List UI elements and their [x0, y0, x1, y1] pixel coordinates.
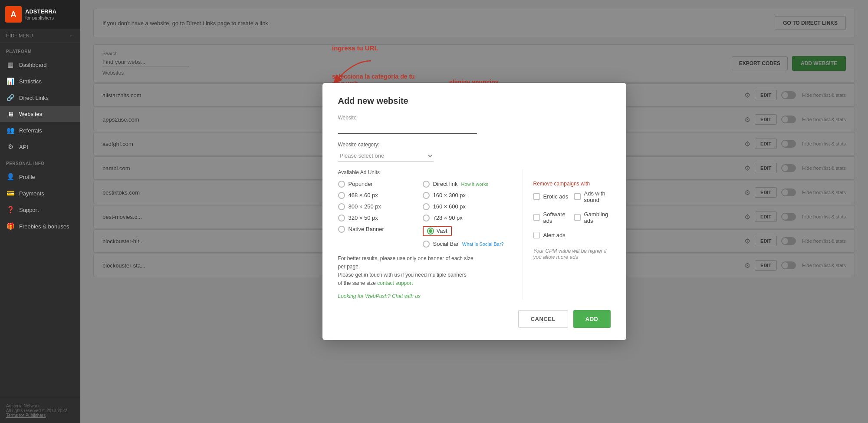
sidebar-item-label: Payments: [19, 190, 44, 197]
ad-units-column: Available Ad Units Popunder 468 × 60 px: [338, 169, 518, 300]
radio-728x90-circle[interactable]: [423, 215, 430, 221]
radio-468x60-circle[interactable]: [338, 192, 345, 199]
software-ads-checkbox[interactable]: [533, 214, 540, 221]
ad-units-title: Available Ad Units: [338, 169, 518, 175]
radio-native-banner-circle[interactable]: [338, 226, 345, 233]
radio-320x50-label: 320 × 50 px: [349, 215, 378, 221]
sidebar-item-label: API: [19, 144, 28, 150]
contact-support-link[interactable]: contact support: [377, 280, 413, 286]
sidebar-item-label: Support: [19, 207, 39, 213]
radio-native-banner[interactable]: Native Banner: [338, 226, 423, 233]
direct-link-how-it-works[interactable]: How it works: [461, 182, 488, 187]
radio-popunder-circle[interactable]: [338, 181, 345, 188]
cpm-note: Your CPM value will be higher if you all…: [533, 248, 611, 260]
sidebar-item-support[interactable]: ❓ Support: [0, 202, 80, 218]
erotic-ads-checkbox[interactable]: [533, 193, 540, 200]
footer-line2: All rights reserved © 2013-2022: [6, 408, 74, 413]
ad-units-middle-col: Direct link How it works 160 × 300 px 16…: [423, 181, 518, 248]
radio-300x250[interactable]: 300 × 250 px: [338, 203, 423, 210]
radio-direct-link-circle[interactable]: [423, 181, 430, 188]
direct-links-icon: 🔗: [6, 94, 15, 102]
alert-ads-label: Alert ads: [543, 232, 566, 238]
filter-gambling-ads[interactable]: Gambling ads: [574, 211, 611, 224]
radio-320x50-circle[interactable]: [338, 215, 345, 221]
ads-with-sound-checkbox[interactable]: [574, 193, 581, 200]
category-label: Website category:: [338, 142, 611, 148]
radio-160x300[interactable]: 160 × 300 px: [423, 192, 518, 199]
info-note-line4: of the same size: [338, 280, 376, 286]
website-field-group: Website: [338, 115, 611, 134]
radio-social-bar-circle[interactable]: [423, 241, 430, 248]
logo-sub: for publishers: [25, 15, 56, 20]
platform-section-label: PLATFORM: [0, 43, 80, 56]
radio-300x250-circle[interactable]: [338, 203, 345, 210]
gambling-ads-checkbox[interactable]: [574, 214, 581, 221]
ads-with-sound-label: Ads with sound: [584, 190, 611, 203]
footer-terms-link[interactable]: Terms for Publishers: [6, 413, 46, 418]
category-select[interactable]: Please select one: [338, 150, 434, 162]
radio-160x600-circle[interactable]: [423, 203, 430, 210]
radio-160x300-circle[interactable]: [423, 192, 430, 199]
sidebar-item-api[interactable]: ⚙ API: [0, 139, 80, 155]
footer-line1: Adsterra Network: [6, 403, 74, 408]
radio-320x50[interactable]: 320 × 50 px: [338, 215, 423, 221]
ad-units-left-col: Popunder 468 × 60 px 300 × 250 px: [338, 181, 423, 248]
webpush-link[interactable]: Looking for WebPush? Chat with us: [338, 293, 421, 299]
info-note-line1: For better results, please use only one …: [338, 255, 473, 261]
radio-vast[interactable]: Vast: [423, 226, 518, 236]
sidebar-item-direct-links[interactable]: 🔗 Direct Links: [0, 89, 80, 106]
info-note-line3: Please get in touch with us if you need …: [338, 272, 467, 278]
radio-social-bar-label: Social Bar: [433, 241, 459, 247]
erotic-ads-label: Erotic ads: [543, 193, 569, 200]
sidebar-item-label: Direct Links: [19, 95, 49, 101]
dashboard-icon: ▦: [6, 61, 15, 69]
payments-icon: 💳: [6, 189, 15, 197]
referrals-icon: 👥: [6, 126, 15, 134]
filter-ads-with-sound[interactable]: Ads with sound: [574, 190, 611, 203]
filter-erotic-ads[interactable]: Erotic ads: [533, 190, 570, 203]
website-input[interactable]: [338, 122, 477, 134]
filters-grid: Erotic ads Ads with sound Software ads: [533, 190, 611, 242]
vast-wrapper: Vast: [423, 226, 452, 236]
sidebar-item-label: Websites: [19, 111, 42, 117]
alert-ads-checkbox[interactable]: [533, 232, 540, 238]
support-icon: ❓: [6, 206, 15, 214]
radio-popunder[interactable]: Popunder: [338, 181, 423, 188]
filters-column: Remove campaigns with Erotic ads Ads wit…: [523, 169, 611, 300]
filter-software-ads[interactable]: Software ads: [533, 211, 570, 224]
category-field-group: Website category: Please select one: [338, 142, 611, 162]
main-content: If you don't have a website, go to Direc…: [80, 0, 868, 423]
api-icon: ⚙: [6, 143, 15, 151]
sidebar-item-freebies[interactable]: 🎁 Freebies & bonuses: [0, 218, 80, 235]
modal-overlay[interactable]: Add new website Website Website category…: [80, 0, 868, 423]
radio-728x90-label: 728 × 90 px: [433, 215, 463, 221]
radio-direct-link[interactable]: Direct link How it works: [423, 181, 518, 188]
hide-menu-arrow-icon[interactable]: ←: [69, 33, 74, 38]
sidebar-item-websites[interactable]: 🖥 Websites: [0, 106, 80, 122]
cancel-button[interactable]: CANCEL: [518, 310, 568, 328]
add-button[interactable]: ADD: [573, 310, 611, 328]
hide-menu-bar[interactable]: HIDE MENU ←: [0, 29, 80, 43]
hide-menu-label: HIDE MENU: [6, 33, 33, 38]
sidebar-item-dashboard[interactable]: ▦ Dashboard: [0, 56, 80, 73]
radio-728x90[interactable]: 728 × 90 px: [423, 215, 518, 221]
radio-vast-label: Vast: [437, 228, 447, 234]
sidebar-item-referrals[interactable]: 👥 Referrals: [0, 122, 80, 139]
radio-468x60[interactable]: 468 × 60 px: [338, 192, 423, 199]
url-annotation: ingresa tu URL: [332, 44, 378, 52]
sidebar-item-payments[interactable]: 💳 Payments: [0, 185, 80, 202]
radio-160x600[interactable]: 160 × 600 px: [423, 203, 518, 210]
social-bar-what-is-link[interactable]: What is Social Bar?: [462, 241, 504, 247]
personal-info-section-label: PERSONAL INFO: [0, 155, 80, 169]
sidebar-item-statistics[interactable]: 📊 Statistics: [0, 73, 80, 89]
freebies-icon: 🎁: [6, 222, 15, 230]
info-note: For better results, please use only one …: [338, 254, 518, 288]
modal-footer: CANCEL ADD: [338, 310, 611, 328]
radio-social-bar[interactable]: Social Bar What is Social Bar?: [423, 241, 518, 248]
radio-vast-circle[interactable]: [427, 228, 434, 235]
filter-alert-ads[interactable]: Alert ads: [533, 232, 570, 238]
sidebar-item-profile[interactable]: 👤 Profile: [0, 169, 80, 185]
radio-300x250-label: 300 × 250 px: [349, 203, 381, 210]
radio-popunder-label: Popunder: [349, 181, 373, 187]
sidebar-item-label: Statistics: [19, 78, 42, 85]
